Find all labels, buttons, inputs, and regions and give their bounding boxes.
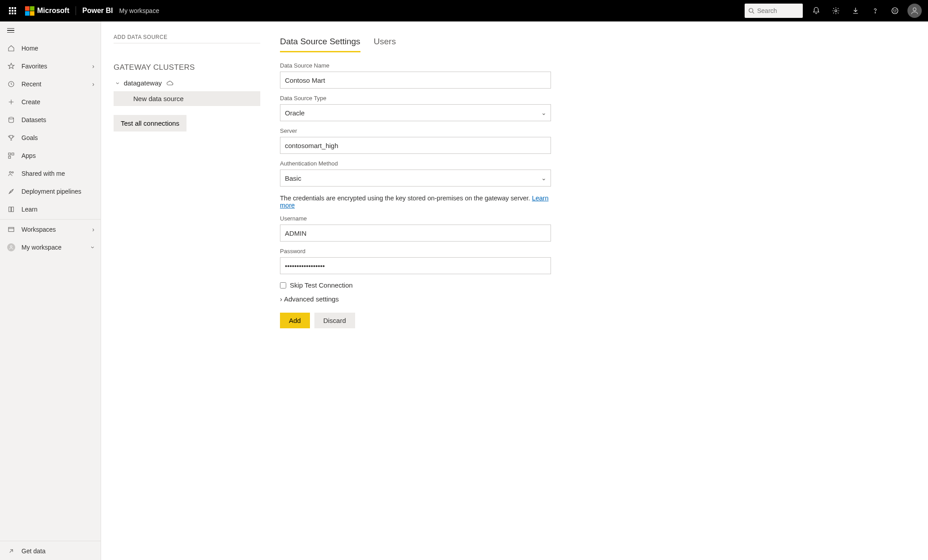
svg-point-5 [894, 10, 894, 10]
gateway-cluster-name: datagateway [124, 79, 162, 87]
nav-home[interactable]: Home [0, 39, 101, 57]
svg-point-7 [913, 8, 916, 11]
trophy-icon [7, 134, 15, 141]
chevron-right-icon: › [280, 295, 282, 303]
nav-label: Datasets [21, 116, 46, 123]
label-username: Username [280, 215, 563, 222]
shared-icon [7, 170, 15, 177]
input-datasource-name[interactable] [280, 72, 551, 89]
svg-rect-11 [12, 153, 14, 155]
plus-icon [7, 98, 15, 106]
nav-collapse-toggle[interactable] [0, 21, 101, 39]
svg-line-1 [753, 12, 754, 14]
feedback-button[interactable] [885, 0, 905, 21]
label-datasource-type: Data Source Type [280, 95, 563, 102]
page-subtitle: ADD DATA SOURCE [114, 34, 260, 40]
nav-my-workspace[interactable]: My workspace › [0, 238, 101, 256]
input-username[interactable] [280, 225, 551, 242]
settings-button[interactable] [826, 0, 846, 21]
account-avatar[interactable] [907, 4, 922, 18]
download-button[interactable] [846, 0, 865, 21]
chevron-right-icon: › [92, 226, 94, 233]
add-button[interactable]: Add [280, 313, 310, 328]
svg-rect-12 [8, 156, 11, 158]
nav-label: Create [21, 98, 40, 106]
svg-point-4 [892, 8, 898, 14]
tab-users[interactable]: Users [374, 34, 396, 52]
home-icon [7, 45, 15, 52]
chevron-down-icon: › [114, 82, 122, 84]
input-password[interactable] [280, 257, 551, 274]
product-brand: Power BI [82, 7, 113, 15]
breadcrumb[interactable]: My workspace [119, 7, 159, 14]
divider [76, 6, 76, 15]
button-row: Add Discard [280, 313, 563, 328]
workspaces-icon [7, 226, 15, 233]
svg-point-6 [896, 10, 896, 10]
advanced-settings-toggle[interactable]: › Advanced settings [280, 295, 563, 303]
svg-point-13 [9, 171, 11, 173]
svg-point-14 [12, 172, 13, 173]
help-icon [871, 7, 879, 15]
nav-workspaces[interactable]: Workspaces › [0, 221, 101, 238]
nav-shared[interactable]: Shared with me [0, 165, 101, 182]
star-icon [7, 63, 15, 70]
discard-button[interactable]: Discard [314, 313, 355, 328]
database-icon [7, 116, 15, 123]
bell-icon [812, 7, 820, 15]
svg-point-16 [10, 246, 12, 247]
chevron-right-icon: › [92, 63, 94, 70]
nav-label: Recent [21, 81, 41, 88]
input-server[interactable] [280, 137, 551, 154]
nav-get-data[interactable]: Get data [0, 542, 101, 560]
checkbox-skip-test[interactable] [280, 282, 286, 288]
left-nav: Home Favorites › Recent › Create Dataset… [0, 21, 101, 560]
person-icon [910, 6, 919, 15]
nav-label: My workspace [21, 244, 61, 251]
divider [114, 43, 260, 43]
nav-separator [0, 219, 101, 220]
tab-data-source-settings[interactable]: Data Source Settings [280, 34, 360, 52]
select-datasource-type[interactable] [280, 104, 551, 121]
search-input[interactable] [757, 7, 793, 14]
download-icon [852, 7, 860, 15]
nav-label: Workspaces [21, 226, 56, 233]
label-datasource-name: Data Source Name [280, 62, 563, 69]
microsoft-text: Microsoft [37, 7, 69, 15]
new-data-source-label: New data source [133, 95, 184, 102]
nav-label: Home [21, 45, 38, 52]
smiley-icon [891, 7, 899, 15]
person-icon [7, 243, 15, 251]
nav-favorites[interactable]: Favorites › [0, 57, 101, 75]
label-server: Server [280, 127, 563, 134]
test-all-connections-button[interactable]: Test all connections [114, 115, 186, 132]
nav-apps[interactable]: Apps [0, 147, 101, 165]
notifications-button[interactable] [806, 0, 826, 21]
clock-icon [7, 81, 15, 88]
new-data-source-item[interactable]: New data source [114, 91, 260, 106]
nav-datasets[interactable]: Datasets [0, 111, 101, 129]
cloud-sync-icon [166, 80, 174, 87]
svg-rect-15 [8, 227, 14, 231]
svg-point-2 [835, 10, 837, 12]
label-skip-test: Skip Test Connection [290, 281, 353, 289]
gateway-cluster-row[interactable]: › datagateway [114, 76, 260, 89]
app-launcher[interactable] [4, 0, 21, 21]
search-box[interactable] [745, 4, 803, 18]
top-bar: Microsoft Power BI My workspace [0, 0, 928, 21]
help-button[interactable] [865, 0, 885, 21]
nav-label: Shared with me [21, 170, 65, 177]
nav-label: Goals [21, 134, 38, 141]
nav-pipelines[interactable]: Deployment pipelines [0, 182, 101, 200]
select-auth-method[interactable] [280, 170, 551, 187]
skip-test-row: Skip Test Connection [280, 281, 563, 289]
nav-learn[interactable]: Learn [0, 200, 101, 218]
nav-recent[interactable]: Recent › [0, 75, 101, 93]
nav-create[interactable]: Create [0, 93, 101, 111]
nav-label: Favorites [21, 63, 47, 70]
gateway-panel: ADD DATA SOURCE GATEWAY CLUSTERS › datag… [101, 21, 267, 560]
nav-label: Apps [21, 152, 36, 159]
external-link-icon [7, 547, 15, 555]
svg-point-9 [9, 117, 14, 119]
nav-goals[interactable]: Goals [0, 129, 101, 147]
